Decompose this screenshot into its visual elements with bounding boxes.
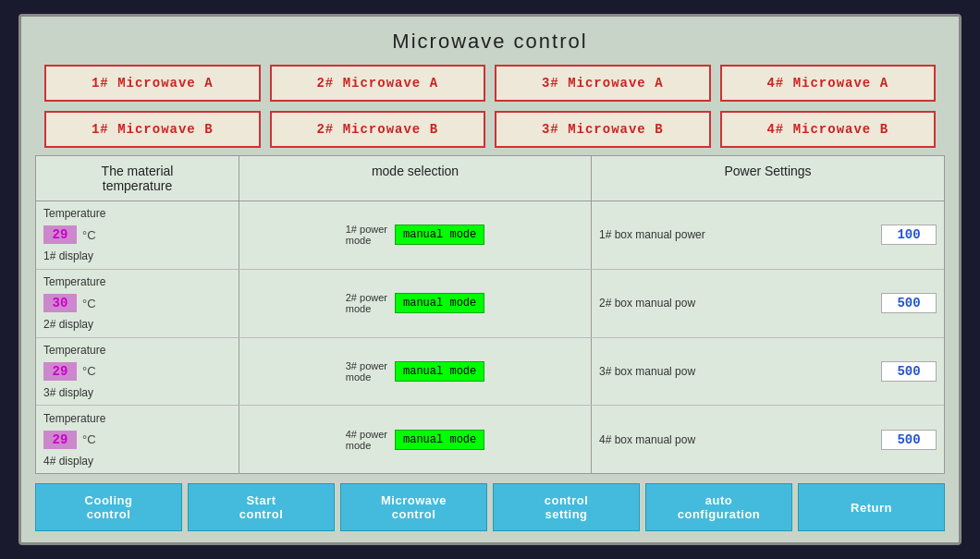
- temp-label2-1: 1# display: [43, 249, 93, 262]
- microwave-row-b: 1# Microwave B 2# Microwave B 3# Microwa…: [35, 109, 945, 150]
- main-screen: Microwave control 1# Microwave A 2# Micr…: [18, 14, 962, 545]
- control-setting-button[interactable]: controlsetting: [493, 483, 640, 531]
- bottom-bar: Coolingcontrol Startcontrol Microwavecon…: [35, 480, 945, 533]
- microwave-3b-button[interactable]: 3# Microwave B: [495, 111, 711, 148]
- temp-label1-4: Temperature: [43, 412, 105, 425]
- mode-label-4: 4# powermode: [346, 429, 387, 451]
- mode-cell-2: 2# powermode manual mode: [239, 270, 592, 337]
- manual-mode-btn-1[interactable]: manual mode: [395, 225, 484, 245]
- return-button[interactable]: Return: [798, 483, 945, 531]
- table-header: The materialtemperature mode selection P…: [36, 156, 944, 201]
- col2-header: mode selection: [239, 156, 592, 201]
- power-cell-3: 3# box manual pow: [592, 338, 944, 406]
- temp-label1-3: Temperature: [43, 344, 105, 357]
- temp-value-4: 29: [43, 431, 77, 449]
- mode-label-3: 3# powermode: [346, 360, 387, 383]
- power-cell-4: 4# box manual pow: [592, 406, 944, 473]
- mode-cell-1: 1# powermode manual mode: [239, 201, 592, 269]
- temp-value-1: 29: [43, 225, 77, 244]
- table-row: Temperature 29 °C 3# display 3# powermod…: [36, 338, 944, 407]
- table-body: Temperature 29 °C 1# display 1# powermod…: [36, 201, 944, 473]
- microwave-1b-button[interactable]: 1# Microwave B: [44, 111, 261, 148]
- temp-label2-3: 3# display: [43, 386, 93, 399]
- microwave-2a-button[interactable]: 2# Microwave A: [270, 65, 486, 102]
- col1-header: The materialtemperature: [36, 156, 239, 201]
- temp-unit-1: °C: [82, 228, 96, 242]
- microwave-control-button[interactable]: Microwavecontrol: [340, 483, 487, 531]
- temp-cell-3: Temperature 29 °C 3# display: [36, 338, 239, 406]
- col3-header: Power Settings: [592, 156, 944, 201]
- power-input-1[interactable]: [881, 225, 937, 245]
- mode-label-1: 1# powermode: [346, 224, 387, 246]
- mode-cell-3: 3# powermode manual mode: [239, 338, 592, 406]
- temp-label2-4: 4# display: [43, 455, 93, 468]
- temp-unit-3: °C: [82, 364, 96, 378]
- temp-cell-1: Temperature 29 °C 1# display: [36, 201, 239, 269]
- temp-label1-1: Temperature: [43, 207, 105, 220]
- power-input-2[interactable]: [881, 293, 937, 313]
- mode-label-2: 2# powermode: [346, 292, 387, 314]
- microwave-4a-button[interactable]: 4# Microwave A: [720, 65, 937, 102]
- temp-unit-4: °C: [82, 432, 96, 446]
- microwave-2b-button[interactable]: 2# Microwave B: [270, 111, 486, 148]
- mode-cell-4: 4# powermode manual mode: [239, 406, 592, 473]
- power-label-1: 1# box manual power: [599, 228, 876, 241]
- temp-unit-2: °C: [82, 297, 96, 310]
- page-title: Microwave control: [35, 26, 945, 57]
- temp-cell-2: Temperature 30 °C 2# display: [36, 270, 239, 337]
- temp-value-3: 29: [43, 362, 77, 381]
- manual-mode-btn-2[interactable]: manual mode: [395, 293, 484, 313]
- table-row: Temperature 29 °C 1# display 1# powermod…: [36, 201, 944, 270]
- manual-mode-btn-3[interactable]: manual mode: [395, 361, 484, 382]
- table-row: Temperature 30 °C 2# display 2# powermod…: [36, 270, 944, 338]
- temp-label1-2: Temperature: [43, 275, 105, 288]
- microwave-row-a: 1# Microwave A 2# Microwave A 3# Microwa…: [35, 63, 945, 103]
- power-label-2: 2# box manual pow: [599, 297, 876, 310]
- microwave-3a-button[interactable]: 3# Microwave A: [495, 65, 711, 102]
- main-table: The materialtemperature mode selection P…: [35, 155, 945, 474]
- manual-mode-btn-4[interactable]: manual mode: [395, 430, 484, 450]
- power-label-3: 3# box manual pow: [599, 365, 876, 378]
- table-row: Temperature 29 °C 4# display 4# powermod…: [36, 406, 944, 473]
- power-input-4[interactable]: [881, 430, 937, 450]
- power-label-4: 4# box manual pow: [599, 433, 876, 446]
- temp-value-2: 30: [43, 294, 77, 312]
- start-control-button[interactable]: Startcontrol: [188, 483, 335, 531]
- auto-configuration-button[interactable]: autoconfiguration: [645, 483, 792, 531]
- cooling-control-button[interactable]: Coolingcontrol: [35, 483, 182, 531]
- power-input-3[interactable]: [881, 361, 937, 382]
- microwave-1a-button[interactable]: 1# Microwave A: [44, 65, 261, 102]
- power-cell-1: 1# box manual power: [592, 201, 944, 269]
- temp-cell-4: Temperature 29 °C 4# display: [36, 406, 239, 473]
- microwave-4b-button[interactable]: 4# Microwave B: [720, 111, 937, 148]
- temp-label2-2: 2# display: [43, 318, 93, 331]
- power-cell-2: 2# box manual pow: [592, 270, 944, 337]
